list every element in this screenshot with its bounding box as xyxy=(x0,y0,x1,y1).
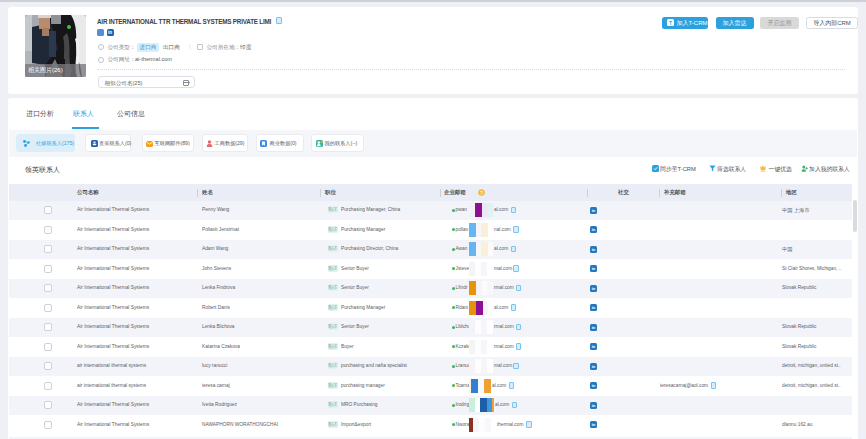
svg-text:?: ? xyxy=(479,190,482,196)
